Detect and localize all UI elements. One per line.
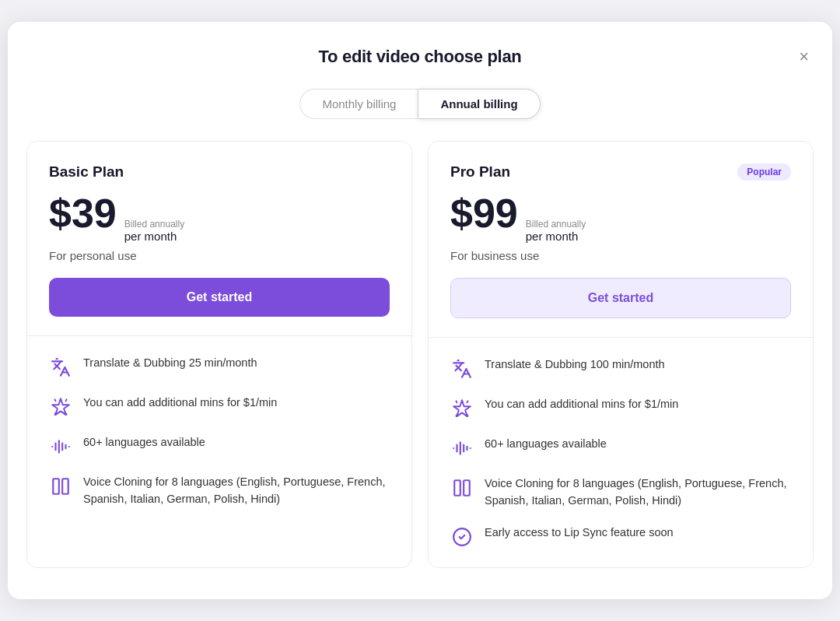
plan-name-pro: Pro Plan: [450, 163, 510, 181]
check-icon: [450, 525, 474, 549]
soundwave-icon: [49, 435, 72, 458]
feature-item: 60+ languages available: [450, 436, 791, 460]
sparkle-icon: [450, 397, 474, 420]
feature-item: Translate & Dubbing 25 min/month: [49, 355, 390, 379]
close-button[interactable]: ×: [794, 47, 814, 67]
plan-header-pro: Pro Plan Popular: [450, 163, 791, 181]
plan-name-basic: Basic Plan: [49, 163, 124, 181]
feature-text: You can add additional mins for $1/min: [83, 395, 277, 412]
feature-text: You can add additional mins for $1/min: [485, 396, 678, 413]
feature-text: Voice Cloning for 8 languages (English, …: [485, 475, 791, 510]
feature-text: Translate & Dubbing 25 min/month: [83, 355, 257, 372]
monthly-billing-button[interactable]: Monthly billing: [299, 89, 418, 119]
sparkle-icon: [49, 395, 72, 419]
svg-rect-14: [454, 480, 460, 496]
per-month-pro: per month: [526, 230, 586, 243]
feature-item: 60+ languages available: [49, 434, 390, 458]
feature-item: Translate & Dubbing 100 min/month: [450, 356, 791, 381]
price-row-basic: $39 Billed annually per month: [49, 193, 390, 243]
per-month-basic: per month: [124, 230, 184, 243]
price-details-pro: Billed annually per month: [526, 219, 586, 243]
price-amount-pro: $99: [450, 193, 518, 233]
get-started-button-basic[interactable]: Get started: [49, 278, 390, 317]
feature-text: 60+ languages available: [485, 436, 607, 453]
voiceclone-icon: [450, 476, 474, 500]
plan-card-basic: Basic Plan $39 Billed annually per month…: [26, 141, 412, 569]
plan-features-basic: Translate & Dubbing 25 min/month You can…: [27, 336, 411, 527]
feature-item: Voice Cloning for 8 languages (English, …: [450, 475, 791, 510]
get-started-button-pro[interactable]: Get started: [450, 278, 791, 318]
plan-card-pro: Pro Plan Popular $99 Billed annually per…: [428, 141, 814, 569]
plan-subtitle-basic: For personal use: [49, 249, 390, 262]
feature-text: Translate & Dubbing 100 min/month: [485, 356, 665, 374]
pricing-modal: To edit video choose plan × Monthly bill…: [8, 22, 832, 600]
plan-top-basic: Basic Plan $39 Billed annually per month…: [27, 142, 411, 336]
feature-text: 60+ languages available: [83, 434, 205, 451]
billed-text-basic: Billed annually: [124, 219, 184, 230]
plans-container: Basic Plan $39 Billed annually per month…: [26, 141, 814, 569]
feature-item: Early access to Lip Sync feature soon: [450, 525, 791, 549]
price-details-basic: Billed annually per month: [124, 219, 184, 243]
translate-icon: [49, 356, 72, 379]
price-amount-basic: $39: [49, 193, 117, 233]
billing-toggle: Monthly billing Annual billing: [26, 89, 814, 119]
plan-header-basic: Basic Plan: [49, 163, 390, 181]
translate-icon: [450, 357, 474, 381]
voiceclone-icon: [49, 475, 72, 498]
feature-item: You can add additional mins for $1/min: [450, 396, 791, 420]
plan-top-pro: Pro Plan Popular $99 Billed annually per…: [429, 142, 813, 338]
svg-rect-15: [464, 480, 470, 496]
plan-features-pro: Translate & Dubbing 100 min/month You ca…: [429, 338, 813, 568]
soundwave-icon: [450, 437, 474, 460]
billed-text-pro: Billed annually: [526, 219, 586, 230]
svg-rect-6: [53, 479, 59, 494]
feature-item: Voice Cloning for 8 languages (English, …: [49, 474, 390, 508]
feature-text: Voice Cloning for 8 languages (English, …: [83, 474, 390, 508]
annual-billing-button[interactable]: Annual billing: [418, 89, 540, 119]
price-row-pro: $99 Billed annually per month: [450, 193, 791, 243]
svg-rect-7: [62, 479, 68, 494]
feature-item: You can add additional mins for $1/min: [49, 395, 390, 419]
modal-header: To edit video choose plan ×: [26, 47, 814, 67]
popular-badge: Popular: [737, 163, 791, 181]
feature-text: Early access to Lip Sync feature soon: [485, 525, 674, 542]
modal-title: To edit video choose plan: [318, 47, 521, 66]
plan-subtitle-pro: For business use: [450, 249, 791, 262]
